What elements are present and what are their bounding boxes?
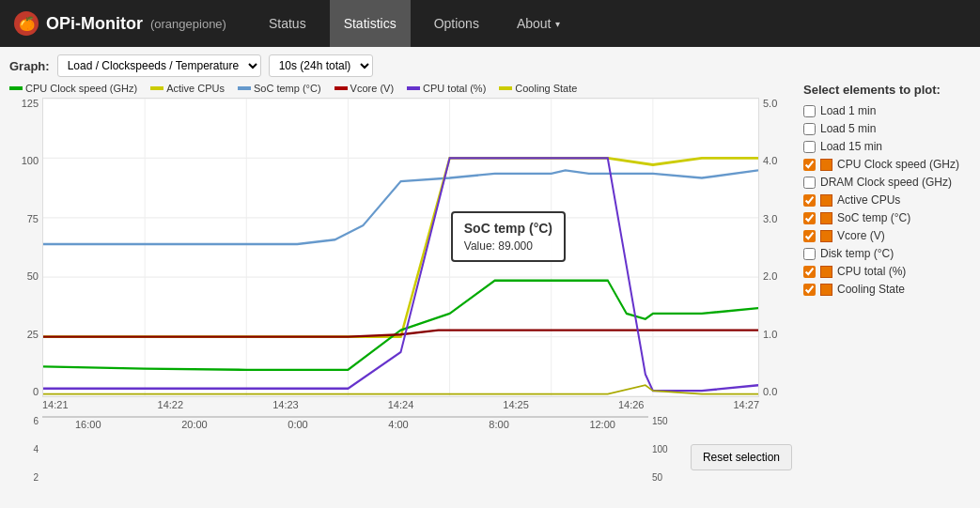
navbar: 🍊 OPi-Monitor (orangepione) Status Stati…	[0, 0, 980, 47]
nav-about[interactable]: About ▾	[503, 0, 574, 47]
sidebar-item-load5: Load 5 min	[803, 122, 971, 135]
y-axis-left: 125 100 75 50 25 0	[9, 98, 42, 397]
legend-color-cooling	[499, 86, 512, 90]
cb-load15[interactable]	[803, 141, 816, 153]
reset-selection-button[interactable]: Reset selection	[691, 444, 792, 470]
label-cooling: Cooling State	[837, 283, 905, 296]
cb-color-cooling	[820, 284, 832, 296]
sidebar-item-dram-clock: DRAM Clock speed (GHz)	[803, 176, 971, 189]
cb-color-active-cpus	[820, 194, 832, 207]
legend-color-cpu-clock	[9, 86, 23, 90]
legend-color-vcore	[334, 86, 348, 90]
overview-y-left: 6 4 2	[9, 416, 42, 500]
legend: CPU Clock speed (GHz) Active CPUs SoC te…	[9, 83, 792, 94]
legend-label-cpu-clock: CPU Clock speed (GHz)	[25, 83, 137, 94]
cb-color-vcore	[820, 230, 832, 242]
about-caret: ▾	[555, 19, 560, 29]
label-cpu-clock: CPU Clock speed (GHz)	[837, 158, 959, 171]
overview-area: 6 4 2	[9, 416, 792, 500]
cb-soc-temp[interactable]	[803, 212, 816, 224]
sidebar-item-cpu-clock: CPU Clock speed (GHz)	[803, 158, 971, 171]
legend-soc-temp: SoC temp (°C)	[238, 83, 321, 94]
brand-sub: (orangepione)	[150, 17, 226, 31]
legend-label-active-cpus: Active CPUs	[166, 83, 225, 94]
x-axis: 14:21 14:22 14:23 14:24 14:25 14:26 14:2…	[9, 397, 792, 410]
legend-cooling: Cooling State	[499, 83, 577, 94]
graph-type-select[interactable]: Load / Clockspeeds / Temperature	[57, 54, 261, 77]
y-axis-right: 5.0 4.0 3.0 2.0 1.0 0.0	[759, 98, 792, 397]
legend-vcore: Vcore (V)	[334, 83, 394, 94]
overview-chart[interactable]	[42, 416, 648, 418]
chart-col: CPU Clock speed (GHz) Active CPUs SoC te…	[9, 83, 792, 500]
sidebar-item-load1: Load 1 min	[803, 104, 971, 117]
cb-disk-temp[interactable]	[803, 248, 816, 260]
legend-color-soc-temp	[238, 86, 251, 90]
sidebar: Select elements to plot: Load 1 min Load…	[792, 83, 971, 500]
brand: 🍊 OPi-Monitor (orangepione)	[14, 11, 226, 36]
cb-color-cpu-total	[820, 266, 832, 278]
label-dram-clock: DRAM Clock speed (GHz)	[820, 176, 952, 189]
label-vcore: Vcore (V)	[837, 229, 885, 242]
graph-controls: Graph: Load / Clockspeeds / Temperature …	[9, 54, 971, 77]
sidebar-item-disk-temp: Disk temp (°C)	[803, 247, 971, 260]
sidebar-item-cooling: Cooling State	[803, 283, 971, 296]
legend-cpu-clock: CPU Clock speed (GHz)	[9, 83, 137, 94]
sidebar-title: Select elements to plot:	[803, 83, 971, 97]
legend-label-cpu-total: CPU total (%)	[423, 83, 486, 94]
cb-color-soc-temp	[820, 212, 832, 224]
graph-label: Graph:	[9, 59, 50, 73]
chart-with-axes: 125 100 75 50 25 0	[9, 98, 792, 397]
legend-color-cpu-total	[407, 86, 420, 90]
sidebar-item-load15: Load 15 min	[803, 140, 971, 153]
cb-cpu-total[interactable]	[803, 266, 816, 278]
label-active-cpus: Active CPUs	[837, 193, 900, 207]
overview-x-axis: 16:00 20:00 0:00 4:00 8:00 12:00	[42, 418, 648, 430]
cb-active-cpus[interactable]	[803, 194, 816, 207]
sidebar-item-soc-temp: SoC temp (°C)	[803, 211, 971, 224]
cb-load5[interactable]	[803, 123, 816, 135]
legend-label-soc-temp: SoC temp (°C)	[254, 83, 321, 94]
label-load1: Load 1 min	[820, 104, 876, 117]
main-content: Graph: Load / Clockspeeds / Temperature …	[0, 47, 980, 508]
nav-statistics[interactable]: Statistics	[330, 0, 411, 47]
cb-vcore[interactable]	[803, 230, 816, 242]
sidebar-item-vcore: Vcore (V)	[803, 229, 971, 242]
nav-status[interactable]: Status	[255, 0, 320, 47]
label-cpu-total: CPU total (%)	[837, 265, 906, 278]
brand-name: OPi-Monitor	[46, 14, 143, 34]
nav-options[interactable]: Options	[420, 0, 493, 47]
cb-cooling[interactable]	[803, 284, 816, 296]
overview-y-right: 150 100 50	[648, 416, 681, 500]
legend-color-active-cpus	[150, 86, 163, 90]
label-load15: Load 15 min	[820, 140, 882, 153]
cb-load1[interactable]	[803, 105, 816, 117]
cb-cpu-clock[interactable]	[803, 159, 816, 171]
label-soc-temp: SoC temp (°C)	[837, 211, 910, 224]
cb-dram-clock[interactable]	[803, 177, 816, 189]
legend-active-cpus: Active CPUs	[150, 83, 225, 94]
sidebar-item-cpu-total: CPU total (%)	[803, 265, 971, 278]
legend-label-cooling: Cooling State	[515, 83, 577, 94]
cb-color-cpu-clock	[820, 159, 832, 171]
main-chart[interactable]: SoC temp (°C) Value: 89.000	[42, 98, 759, 397]
chart-area: CPU Clock speed (GHz) Active CPUs SoC te…	[9, 83, 971, 500]
label-load5: Load 5 min	[820, 122, 876, 135]
graph-interval-select[interactable]: 10s (24h total)	[269, 54, 373, 77]
pi-icon: 🍊	[14, 11, 39, 36]
legend-cpu-total: CPU total (%)	[407, 83, 486, 94]
sidebar-item-active-cpus: Active CPUs	[803, 193, 971, 207]
legend-label-vcore: Vcore (V)	[350, 83, 394, 94]
label-disk-temp: Disk temp (°C)	[820, 247, 894, 260]
